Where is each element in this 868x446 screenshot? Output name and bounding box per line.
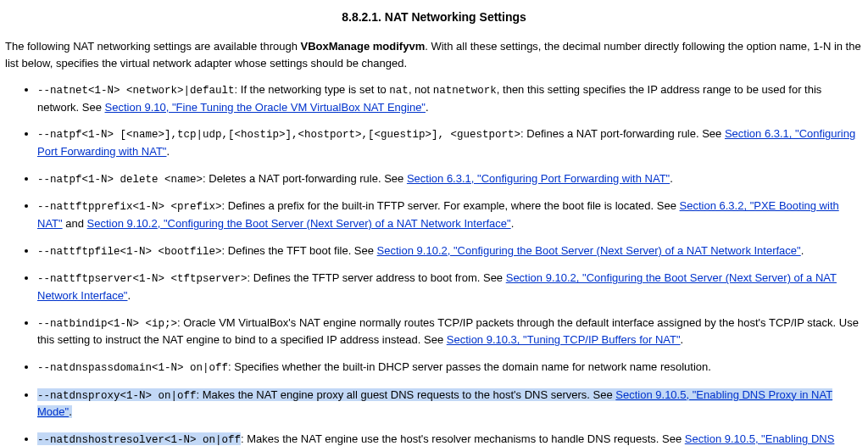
desc-text: . (426, 101, 429, 114)
option-code: --natdnsproxy<1-N> on|off (37, 390, 197, 402)
desc-text: . (681, 333, 684, 346)
option-code: --natpf<1-N> [<name>],tcp|udp,[<hostip>]… (37, 129, 520, 141)
intro-text-pre: The following NAT networking settings ar… (5, 40, 301, 53)
intro-paragraph: The following NAT networking settings ar… (5, 38, 863, 71)
option-code: --nattftpserver<1-N> <tftpserver> (37, 273, 248, 285)
desc-text: : If the networking type is set to (235, 83, 390, 96)
xref-link[interactable]: Section 9.10.2, "Configuring the Boot Se… (377, 244, 801, 257)
list-item: --natpf<1-N> delete <name>: Deletes a NA… (37, 170, 863, 188)
desc-text: . (69, 405, 72, 418)
desc-text: and (63, 217, 87, 230)
option-code: --natnet<1-N> <network>|default (37, 85, 235, 97)
desc-text: : Specifies whether the built-in DHCP se… (228, 360, 711, 373)
highlighted-text: --natdnsproxy<1-N> on|off: Makes the NAT… (37, 388, 832, 419)
intro-command-bold: VBoxManage modifyvm (301, 40, 426, 53)
desc-text: : Deletes a NAT port-forwarding rule. Se… (203, 172, 407, 185)
desc-text: : Defines the TFT boot file. See (222, 244, 377, 257)
list-item: --nattftpprefix<1-N> <prefix>: Defines a… (37, 198, 863, 231)
desc-text: . (801, 244, 804, 257)
desc-text: . (670, 172, 673, 185)
list-item: --natdnsproxy<1-N> on|off: Makes the NAT… (37, 387, 863, 421)
list-item: --natnet<1-N> <network>|default: If the … (37, 81, 863, 115)
xref-link[interactable]: Section 6.3.1, "Configuring Port Forward… (407, 172, 670, 185)
option-code: --natdnshostresolver<1-N> on|off (37, 434, 241, 446)
list-item: --natdnspassdomain<1-N> on|off: Specifie… (37, 359, 863, 376)
inline-code: natnetwork (433, 85, 497, 97)
desc-text: . (128, 289, 131, 302)
desc-text: : Defines a NAT port-forwarding rule. Se… (520, 127, 725, 140)
list-item: --natpf<1-N> [<name>],tcp|udp,[<hostip>]… (37, 125, 863, 159)
desc-text: : Makes the NAT engine proxy all guest D… (197, 388, 616, 401)
list-item: --natdnshostresolver<1-N> on|off: Makes … (37, 431, 863, 446)
highlighted-text: --natdnshostresolver<1-N> on|off (37, 432, 241, 445)
option-code: --natpf<1-N> delete <name> (37, 174, 203, 186)
xref-link[interactable]: Section 9.10, "Fine Tuning the Oracle VM… (105, 101, 426, 114)
desc-text: , not (409, 83, 433, 96)
settings-list: --natnet<1-N> <network>|default: If the … (5, 81, 863, 446)
xref-link[interactable]: Section 9.10.2, "Configuring the Boot Se… (87, 217, 511, 230)
desc-text: : Makes the NAT engine use the host's re… (241, 432, 685, 445)
list-item: --natbindip<1-N> <ip;>: Oracle VM Virtua… (37, 315, 863, 348)
list-item: --nattftpfile<1-N> <bootfile>: Defines t… (37, 243, 863, 260)
inline-code: nat (389, 85, 409, 97)
option-code: --nattftpprefix<1-N> <prefix> (37, 201, 222, 213)
desc-text: . (166, 145, 170, 158)
desc-text: : Defines the TFTP server address to boo… (248, 271, 506, 284)
option-code: --natdnspassdomain<1-N> on|off (37, 362, 228, 374)
desc-text: . (511, 217, 515, 230)
option-code: --natbindip<1-N> <ip;> (37, 318, 177, 330)
xref-link[interactable]: Section 9.10.3, "Tuning TCP/IP Buffers f… (447, 333, 681, 346)
list-item: --nattftpserver<1-N> <tftpserver>: Defin… (37, 270, 863, 304)
option-code: --nattftpfile<1-N> <bootfile> (37, 246, 222, 258)
section-heading: 8.8.2.1. NAT Networking Settings (5, 8, 863, 26)
desc-text: : Defines a prefix for the built-in TFTP… (222, 199, 680, 212)
